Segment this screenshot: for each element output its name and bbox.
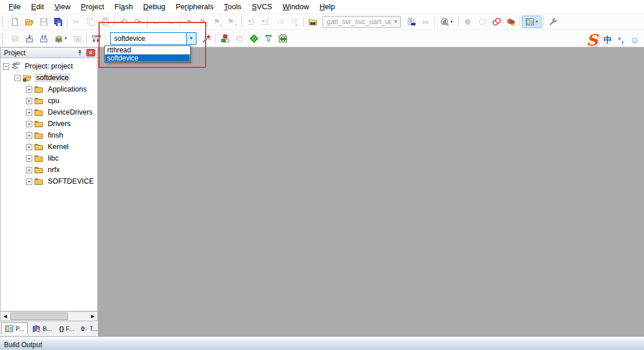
save-button[interactable] bbox=[36, 16, 51, 28]
ime-language-indicator[interactable]: 中 bbox=[604, 35, 612, 45]
pack-installer-button[interactable] bbox=[275, 32, 290, 45]
ime-emoji-icon[interactable]: ☺ bbox=[630, 35, 639, 45]
tree-item-finsh[interactable]: +finsh bbox=[1, 130, 97, 141]
manage-project-items-button[interactable] bbox=[218, 32, 232, 45]
expand-expander-icon[interactable]: + bbox=[26, 121, 32, 127]
comment-selection-button[interactable] bbox=[272, 16, 287, 28]
tree-item-kernel[interactable]: +Kernel bbox=[1, 141, 97, 153]
expand-expander-icon[interactable]: + bbox=[26, 144, 32, 150]
project-tree: −Project: project−softdevice+Application… bbox=[0, 58, 98, 311]
stop-build-button[interactable] bbox=[70, 32, 85, 45]
sogou-logo-icon[interactable]: S bbox=[586, 32, 598, 48]
menu-project[interactable]: Project bbox=[75, 1, 109, 13]
menu-tools[interactable]: Tools bbox=[219, 1, 247, 13]
project-windows-button[interactable]: ▾ bbox=[522, 16, 541, 28]
tree-item-softdevice[interactable]: +SOFTDEVICE bbox=[1, 176, 97, 187]
menu-edit[interactable]: Edit bbox=[26, 1, 49, 13]
toolbar-grip[interactable] bbox=[2, 17, 6, 27]
paste-button[interactable] bbox=[98, 16, 112, 28]
select-software-packs-button[interactable] bbox=[261, 32, 275, 45]
enable-breakpoint-button[interactable] bbox=[475, 16, 489, 28]
new-file-button[interactable] bbox=[7, 16, 22, 28]
tab-functions[interactable]: {}F... bbox=[56, 322, 77, 334]
insert-breakpoint-button[interactable] bbox=[460, 16, 475, 28]
scroll-left-button[interactable]: ◀ bbox=[1, 312, 10, 321]
tree-item-softdevice[interactable]: −softdevice bbox=[1, 72, 97, 83]
menu-view[interactable]: View bbox=[49, 1, 75, 13]
undo-button[interactable]: ↶ bbox=[116, 16, 131, 28]
redo-button[interactable]: ↷ bbox=[131, 16, 145, 28]
disable-all-breakpoints-icon bbox=[492, 17, 501, 26]
tab-project[interactable]: P... bbox=[1, 322, 28, 334]
menu-svcs[interactable]: SVCS bbox=[247, 1, 277, 13]
tab-books[interactable]: ?B... bbox=[29, 322, 55, 334]
expand-expander-icon[interactable]: + bbox=[26, 86, 32, 93]
menu-help[interactable]: Help bbox=[315, 1, 340, 13]
configure-tools-button[interactable] bbox=[545, 16, 560, 28]
project-panel-header: Project x bbox=[0, 47, 98, 58]
expand-expander-icon[interactable]: + bbox=[26, 109, 32, 116]
tree-item-libc[interactable]: +libc bbox=[1, 153, 97, 164]
manage-books-button[interactable] bbox=[232, 32, 247, 45]
menu-window[interactable]: Window bbox=[277, 1, 314, 13]
dropdown-option-softdevice[interactable]: softdevice bbox=[105, 54, 190, 62]
toolbar-grip[interactable] bbox=[2, 33, 6, 44]
expand-expander-icon[interactable]: + bbox=[26, 178, 32, 185]
tree-horizontal-scrollbar[interactable]: ◀ ▶ bbox=[0, 311, 98, 321]
collapse-expander-icon[interactable]: − bbox=[3, 63, 9, 70]
kill-all-breakpoints-button[interactable] bbox=[503, 16, 518, 28]
ime-punctuation-indicator[interactable]: °, bbox=[618, 36, 624, 44]
cut-button[interactable]: ✂ bbox=[69, 16, 84, 28]
download-button[interactable]: LOAD bbox=[89, 32, 103, 45]
open-file-button[interactable] bbox=[22, 16, 36, 28]
pin-button[interactable] bbox=[75, 49, 84, 57]
scroll-right-button[interactable]: ▶ bbox=[88, 312, 97, 321]
expand-expander-icon[interactable]: + bbox=[26, 132, 32, 139]
build-output-caption-bar[interactable]: Build Output bbox=[0, 338, 644, 350]
menu-file[interactable]: File bbox=[3, 1, 26, 13]
tree-item-nrfx[interactable]: +nrfx bbox=[1, 164, 97, 176]
bookmark-clear-all-button[interactable]: ⚑✕ bbox=[225, 16, 240, 28]
tree-item-project-project[interactable]: −Project: project bbox=[1, 60, 97, 72]
dropdown-option-rtthread[interactable]: rtthread bbox=[105, 46, 190, 54]
combo-dropdown-icon[interactable]: ▼ bbox=[186, 33, 196, 44]
expand-expander-icon[interactable]: + bbox=[26, 155, 32, 162]
navigate-back-button[interactable]: ← bbox=[149, 16, 164, 28]
bookmark-toggle-button[interactable]: ⚑ bbox=[182, 16, 196, 28]
copy-button[interactable] bbox=[84, 16, 98, 28]
find-in-files-dialog-button[interactable] bbox=[305, 16, 320, 28]
indent-right-button[interactable] bbox=[258, 16, 272, 28]
tree-item-cpu[interactable]: +cpu bbox=[1, 95, 97, 106]
tree-item-devicedrivers[interactable]: +DeviceDrivers bbox=[1, 106, 97, 118]
batch-build-button[interactable]: ▾ bbox=[51, 32, 70, 45]
navigate-forward-button[interactable]: → bbox=[164, 16, 178, 28]
uncomment-selection-button[interactable] bbox=[287, 16, 301, 28]
scrollbar-thumb[interactable] bbox=[10, 313, 68, 320]
bookmark-next-button[interactable]: ⚑▸ bbox=[211, 16, 225, 28]
tree-item-applications[interactable]: +Applications bbox=[1, 83, 97, 95]
combo-dropdown-icon[interactable]: ▼ bbox=[391, 17, 400, 27]
incremental-find-button[interactable] bbox=[418, 16, 433, 28]
tab-templates[interactable]: 0↓T... bbox=[78, 322, 101, 334]
build-button[interactable] bbox=[22, 32, 36, 45]
options-for-target-button[interactable] bbox=[199, 32, 214, 45]
expand-expander-icon[interactable]: + bbox=[26, 167, 32, 173]
start-stop-debug-button[interactable]: d▾ bbox=[437, 16, 456, 28]
bookmark-previous-button[interactable]: ⚑◂ bbox=[196, 16, 211, 28]
select-target-combo[interactable]: softdevice▼ bbox=[110, 32, 196, 45]
save-all-button[interactable] bbox=[51, 16, 65, 28]
close-panel-button[interactable]: x bbox=[86, 49, 95, 56]
find-in-files-button[interactable] bbox=[404, 16, 418, 28]
translate-button[interactable] bbox=[7, 32, 22, 45]
manage-rte-button[interactable] bbox=[247, 32, 261, 45]
menu-debug[interactable]: Debug bbox=[138, 1, 171, 13]
rebuild-button[interactable] bbox=[36, 32, 51, 45]
tree-item-drivers[interactable]: +Drivers bbox=[1, 118, 97, 130]
menu-flash[interactable]: Flash bbox=[109, 1, 138, 13]
collapse-expander-icon[interactable]: − bbox=[14, 75, 21, 81]
disable-all-breakpoints-button[interactable] bbox=[489, 16, 503, 28]
expand-expander-icon[interactable]: + bbox=[26, 98, 32, 104]
indent-left-button[interactable] bbox=[244, 16, 258, 28]
search-text-combo[interactable]: gatt_svr_svc_uart_uuid▼ bbox=[323, 16, 401, 28]
menu-peripherals[interactable]: Peripherals bbox=[171, 1, 219, 13]
